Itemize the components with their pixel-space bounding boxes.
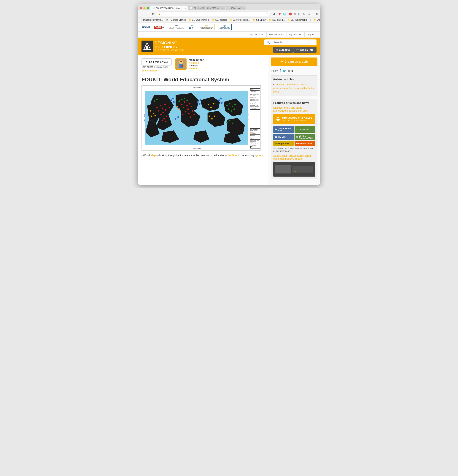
logout-link[interactable]: Logout: [305, 32, 317, 37]
svg-point-39: [183, 107, 184, 108]
cc-icon[interactable]: ©: [293, 12, 297, 16]
tab-edukit[interactable]: 📄 EDUKIT: World Educational Syste ×: [150, 6, 188, 10]
wiki-conservation[interactable]: 🏛 Conservation Wiki: [273, 126, 294, 133]
wiki-circular[interactable]: ♻ Circular Economy Wiki: [294, 134, 315, 140]
svg-rect-89: [277, 119, 279, 121]
circular-icon: ♻: [296, 136, 298, 138]
tab-close-2[interactable]: ×: [222, 7, 224, 9]
bm-s3[interactable]: 📁 S3.Professional...: [228, 18, 251, 22]
bm-s6[interactable]: 📁 S6.Photographic: [286, 18, 308, 22]
svg-point-50: [153, 113, 154, 114]
bm-getting-started[interactable]: Getting Started: [170, 18, 187, 22]
author-name-link[interactable]: Archiblog: [189, 61, 204, 64]
tab-close-1[interactable]: ×: [185, 7, 186, 9]
discover-link[interactable]: Discover more and share knowledge in a s…: [273, 106, 315, 112]
tabs-row: 📄 EDUKIT: World Educational Syste × 📄 Fi…: [150, 6, 318, 10]
close-button[interactable]: [140, 7, 142, 9]
search-box[interactable]: 🔍: [264, 39, 317, 45]
edge-icon[interactable]: 🌐: [282, 12, 287, 16]
system-link[interactable]: system: [255, 154, 263, 157]
edit-article-button[interactable]: ✏ Edit this article: [141, 59, 172, 66]
svg-point-68: [229, 103, 231, 105]
wiki-bim[interactable]: 🏗 BIM Wiki: [273, 134, 294, 140]
minimize-button[interactable]: [143, 7, 146, 9]
youtube-icon[interactable]: ▶: [292, 69, 294, 73]
search-button[interactable]: 🔍: [264, 39, 272, 45]
wiki-people[interactable]: ⚖ People Wiki: [273, 141, 294, 146]
linkedin-icon[interactable]: in: [287, 69, 290, 72]
url-input[interactable]: co.uk/wiki/EDUKIT:_World_Educational_Sys…: [162, 12, 266, 15]
twitter-icon[interactable]: 🐦: [282, 69, 286, 73]
create-label: Create an article: [285, 60, 308, 63]
author-label: Main author: [189, 59, 204, 61]
share-icon[interactable]: ↑: [312, 12, 315, 16]
author-role: Architect: [189, 64, 204, 67]
svg-point-30: [156, 107, 158, 108]
forward-button[interactable]: →: [145, 12, 150, 16]
potteries-link[interactable]: Potteries Thinkbelt: [275, 83, 295, 86]
bm-more[interactable]: »: [309, 18, 312, 22]
bookmark-icon[interactable]: ☆: [267, 13, 268, 15]
music-icon[interactable]: 🎵: [302, 12, 306, 16]
norton-icon[interactable]: 🔴: [288, 12, 293, 16]
tab-icloud[interactable]: ☁️ iCloud Mail ×: [226, 6, 246, 10]
author-website-link[interactable]: Website: [189, 67, 204, 70]
svg-point-57: [213, 103, 215, 105]
subjects-nav[interactable]: ≡ Subjects: [273, 47, 293, 53]
create-article-button[interactable]: ✏ Create an article: [271, 58, 317, 66]
lock-icon: 🔒: [158, 13, 161, 15]
menu-icon[interactable]: ≡: [315, 12, 318, 16]
fullscreen-button[interactable]: [147, 7, 149, 9]
watchlist-link[interactable]: My watchlist: [287, 32, 305, 37]
svg-point-61: [178, 101, 180, 102]
see-history-link[interactable]: See full history: [141, 69, 172, 72]
bm-home[interactable]: 🏠: [164, 18, 169, 22]
shield-icon[interactable]: 🛡: [307, 12, 311, 16]
back-button[interactable]: ←: [140, 12, 144, 16]
bm-s1[interactable]: 📁 S1. Student Work: [188, 18, 211, 22]
db-sub: THE CONSTRUCTION WIKI: [282, 120, 312, 122]
tab-title-3: iCloud Mail: [231, 7, 241, 9]
page-about-me-link[interactable]: Page about me: [245, 32, 267, 37]
address-bar[interactable]: 🔒 co.uk/wiki/EDUKIT:_World_Educational_S…: [156, 12, 270, 16]
new-tab-button[interactable]: +: [246, 6, 251, 10]
pinterest-icon[interactable]: 📌: [277, 12, 282, 16]
map-ref: 912: [251, 146, 254, 148]
logo-area[interactable]: DESIGNING BUILDINGS THE CONSTRUCTION WIK…: [141, 41, 185, 52]
svg-point-32: [166, 116, 168, 117]
conservation-icon: 🏛: [275, 128, 277, 131]
bookmarks-bar: ↩ Import bookmarks... 🏠 Getting Started …: [138, 17, 320, 23]
svg-point-84: [221, 102, 223, 104]
article-body: • World Map indicating the global imbala…: [141, 153, 264, 157]
svg-point-82: [199, 103, 200, 105]
tools-nav[interactable]: ✂ Tools / info: [294, 47, 317, 53]
search-input[interactable]: [272, 39, 317, 45]
tab-file[interactable]: 📄 File:Item 12913 23177671856 o ×: [188, 6, 225, 10]
bm-other[interactable]: 📁 Other Bookmarks: [312, 18, 320, 22]
map-link[interactable]: Map: [151, 154, 156, 157]
bm-s5[interactable]: 📁 S5.Printed...: [268, 18, 286, 22]
bm-s4[interactable]: 📁 S4.Library: [252, 18, 268, 22]
browser-window: 📄 EDUKIT: World Educational Syste × 📄 Fi…: [138, 4, 320, 185]
bars-icon[interactable]: |||: [297, 12, 301, 16]
menu-icon: ≡: [276, 48, 278, 51]
refresh-button[interactable]: ↻: [151, 12, 155, 16]
header-right: 🔍 ≡ Subjects ✂ Tools / info: [264, 39, 317, 53]
extensions-icon[interactable]: 🔌: [272, 12, 276, 16]
edit-profile-link[interactable]: Edit My Profile: [267, 32, 287, 37]
bm-import[interactable]: ↩ Import bookmarks...: [140, 18, 164, 22]
notes-3: 3 ✦ Each star represents 1 'top' univers…: [251, 103, 259, 109]
supply-chain-link[interactable]: Supply chain sustainability school conti…: [273, 154, 315, 160]
wiki-findout[interactable]: ▶ Find out more: [294, 141, 315, 146]
svg-point-52: [155, 115, 156, 116]
wiki-aonb[interactable]: 🌿 AONB Wiki: [294, 126, 315, 133]
related-articles-section: Related articles • Potteries Thinkbelt •…: [271, 75, 317, 96]
svg-point-43: [185, 111, 186, 113]
bm-s2[interactable]: 📁 S2.Projects: [211, 18, 228, 22]
logo-buildings: BUILDINGS: [155, 45, 185, 49]
db-logo-text: DESIGNING BUILDINGS THE CONSTRUCTION WIK…: [282, 117, 312, 122]
tab-close-3[interactable]: ×: [242, 7, 243, 9]
facilities-link[interactable]: facilities: [228, 154, 237, 157]
facebook-icon[interactable]: f: [280, 69, 281, 72]
svg-point-77: [170, 99, 172, 101]
